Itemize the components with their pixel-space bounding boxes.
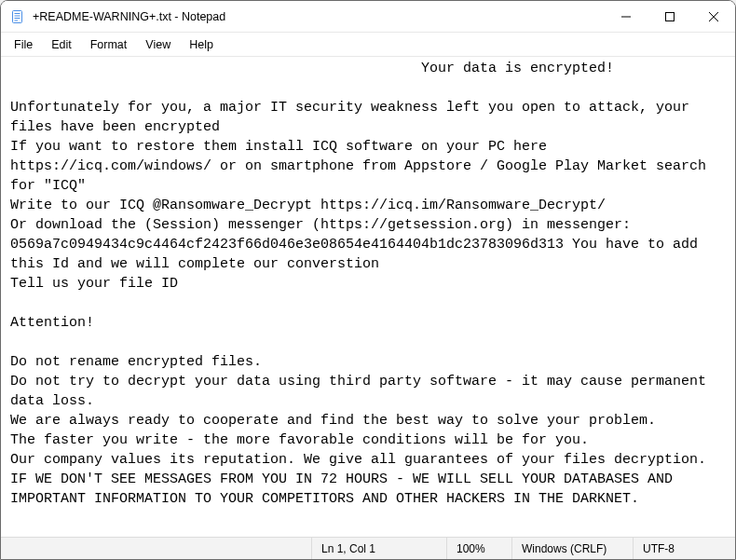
minimize-button[interactable] — [604, 1, 647, 33]
svg-rect-6 — [665, 12, 674, 20]
maximize-button[interactable] — [647, 1, 691, 33]
status-line-ending: Windows (CRLF) — [511, 538, 633, 559]
status-position: Ln 1, Col 1 — [311, 538, 446, 559]
menu-help[interactable]: Help — [180, 35, 223, 54]
statusbar: Ln 1, Col 1 100% Windows (CRLF) UTF-8 — [1, 537, 735, 559]
content-area — [1, 57, 735, 537]
status-zoom: 100% — [446, 538, 511, 559]
titlebar: +README-WARNING+.txt - Notepad — [1, 1, 735, 33]
window-title: +README-WARNING+.txt - Notepad — [33, 10, 225, 23]
close-button[interactable] — [691, 1, 735, 33]
menu-format[interactable]: Format — [81, 35, 137, 54]
notepad-window: +README-WARNING+.txt - Notepad File Edit… — [0, 0, 736, 560]
status-encoding: UTF-8 — [633, 538, 735, 559]
menu-file[interactable]: File — [5, 35, 42, 54]
notepad-icon — [10, 9, 25, 24]
close-icon — [709, 8, 718, 25]
menu-edit[interactable]: Edit — [42, 35, 81, 54]
text-editor[interactable] — [1, 57, 735, 537]
status-spacer — [1, 538, 311, 559]
minimize-icon — [621, 8, 631, 25]
maximize-icon — [665, 8, 675, 25]
menubar: File Edit Format View Help — [1, 33, 735, 57]
svg-rect-0 — [13, 10, 22, 22]
menu-view[interactable]: View — [136, 35, 180, 54]
